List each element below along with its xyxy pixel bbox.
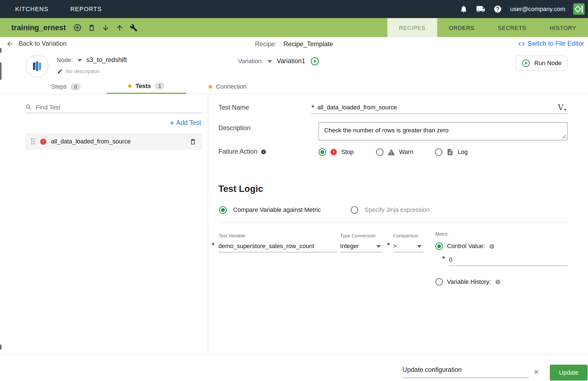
type-conversion-select[interactable]: Integer (340, 241, 383, 252)
code-icon (518, 40, 525, 48)
user-email[interactable]: user@company.com (510, 6, 565, 12)
variation-dropdown-caret-icon[interactable] (268, 60, 272, 63)
edit-pencil-icon[interactable] (57, 68, 63, 74)
wrench-icon[interactable] (129, 24, 138, 32)
tests-status-dot (128, 84, 131, 88)
test-logic-title: Test Logic (218, 184, 263, 194)
comparison-value: > (393, 243, 397, 250)
failure-option-log[interactable]: Log (435, 147, 468, 157)
variable-history-label[interactable]: Variable History: (447, 279, 491, 285)
stop-label[interactable]: Stop (341, 149, 354, 156)
find-test-input[interactable] (36, 104, 203, 111)
stop-error-icon (330, 148, 337, 156)
node-name[interactable]: s3_to_redshift (86, 56, 127, 64)
metric-option-variable-history[interactable]: Variable History: (435, 276, 501, 287)
notifications-bell-icon[interactable] (459, 4, 468, 14)
failure-option-stop[interactable]: Stop (319, 147, 354, 157)
node-selector-row: Node: s3_to_redshift (57, 56, 127, 64)
insert-variable-button[interactable]: V (558, 103, 568, 112)
test-list-panel: + Add Test all_data_loaded_from_source (0, 94, 208, 354)
tab-steps[interactable]: Steps 0 (25, 79, 106, 94)
update-button[interactable]: Update (550, 365, 588, 380)
description-label: Description (218, 125, 251, 132)
control-value-input[interactable] (449, 256, 568, 263)
metric-option-control-value[interactable]: Control Value: (435, 241, 495, 252)
control-value-field (449, 254, 568, 266)
tab-recipes[interactable]: RECIPES (387, 18, 437, 37)
required-asterisk: * (442, 256, 445, 261)
topbar-right-cluster: user@company.com (459, 3, 588, 15)
run-node-button[interactable]: Run Node (516, 56, 567, 71)
run-variation-play-icon[interactable] (310, 56, 320, 66)
help-icon[interactable] (493, 4, 502, 14)
comparison-select[interactable]: > (393, 241, 423, 252)
recipe-name: Recipe_Template (283, 40, 333, 48)
connection-status-dot (209, 85, 212, 88)
node-dropdown-caret-icon[interactable] (77, 59, 82, 61)
logic-mode-compare[interactable]: Compare Variable against Metric (219, 205, 321, 215)
failure-option-warn[interactable]: Warn (376, 147, 413, 157)
test-name-input[interactable] (317, 104, 555, 111)
test-error-icon (40, 138, 47, 145)
compare-metric-radio[interactable] (219, 206, 227, 214)
delete-test-icon[interactable] (189, 138, 197, 145)
delete-kitchen-icon[interactable] (87, 24, 96, 32)
failure-action-label-row: Failure Action (218, 148, 267, 155)
kitchen-bar: training_ernest RECIPES ORDERS SECRETS H… (0, 18, 588, 37)
log-document-icon (446, 148, 454, 156)
menu-kitchens[interactable]: KITCHENS (15, 6, 48, 12)
kitchen-name: training_ernest (11, 23, 66, 32)
comparison-caret-icon (417, 245, 422, 248)
control-value-label[interactable]: Control Value: (447, 243, 485, 250)
recipe-content: Back to Variation Recipe: Recipe_Templat… (0, 37, 588, 354)
app-logo (573, 3, 585, 15)
warn-radio[interactable] (376, 148, 383, 156)
kitchen-actions (74, 24, 138, 32)
menu-reports[interactable]: REPORTS (70, 6, 102, 12)
variation-name[interactable]: Variation1 (277, 58, 305, 65)
type-conversion-label: Type Conversion (340, 233, 376, 238)
jinja-radio[interactable] (351, 206, 358, 214)
steps-label: Steps (51, 83, 67, 90)
arrow-up-icon[interactable] (115, 24, 124, 32)
tab-history[interactable]: HISTORY (538, 18, 588, 37)
test-item-name: all_data_loaded_from_source (51, 138, 185, 145)
find-test-field[interactable] (25, 102, 202, 113)
tab-connection[interactable]: Connection (186, 79, 269, 94)
jinja-label[interactable]: Specify Jinja expression (365, 207, 430, 213)
test-variable-label: Test Variable (218, 233, 245, 238)
test-editor-panel: Test Name * V Description Check the numb… (209, 94, 588, 354)
control-value-radio[interactable] (435, 243, 443, 250)
redshift-node-icon (31, 60, 43, 73)
compare-metric-label[interactable]: Compare Variable against Metric (233, 207, 321, 213)
warn-label[interactable]: Warn (399, 149, 413, 156)
logic-mode-jinja[interactable]: Specify Jinja expression (351, 205, 430, 215)
section-divider (218, 222, 568, 223)
update-footer-bar: × Update (0, 354, 588, 381)
variable-history-info-icon[interactable] (495, 279, 501, 285)
close-icon[interactable]: × (534, 367, 539, 377)
test-list-item[interactable]: all_data_loaded_from_source (25, 133, 202, 150)
tab-orders[interactable]: ORDERS (437, 18, 486, 37)
add-test-label: Add Test (176, 119, 201, 127)
resize-handle-icon[interactable] (562, 135, 566, 139)
description-textarea[interactable]: Check the number of rows is greater than… (324, 127, 562, 138)
tab-tests[interactable]: Tests 1 (106, 79, 186, 94)
stop-radio[interactable] (319, 148, 326, 156)
arrow-down-icon[interactable] (102, 24, 110, 32)
switch-to-file-editor-link[interactable]: Switch to File Editor (518, 40, 584, 48)
add-circle-icon[interactable] (74, 24, 82, 32)
update-message-field (402, 366, 529, 378)
variable-history-radio[interactable] (435, 278, 443, 285)
control-value-info-icon[interactable] (489, 243, 495, 249)
log-label[interactable]: Log (458, 149, 468, 156)
failure-action-info-icon[interactable] (261, 149, 266, 155)
add-test-button[interactable]: + Add Test (170, 119, 201, 127)
drag-handle-icon[interactable] (30, 138, 35, 145)
log-radio[interactable] (435, 148, 443, 156)
test-variable-input[interactable] (218, 243, 337, 250)
tab-secrets[interactable]: SECRETS (486, 18, 538, 37)
update-message-input[interactable] (402, 366, 529, 374)
orders-truck-icon[interactable] (476, 4, 485, 14)
node-type-avatar (26, 55, 48, 78)
